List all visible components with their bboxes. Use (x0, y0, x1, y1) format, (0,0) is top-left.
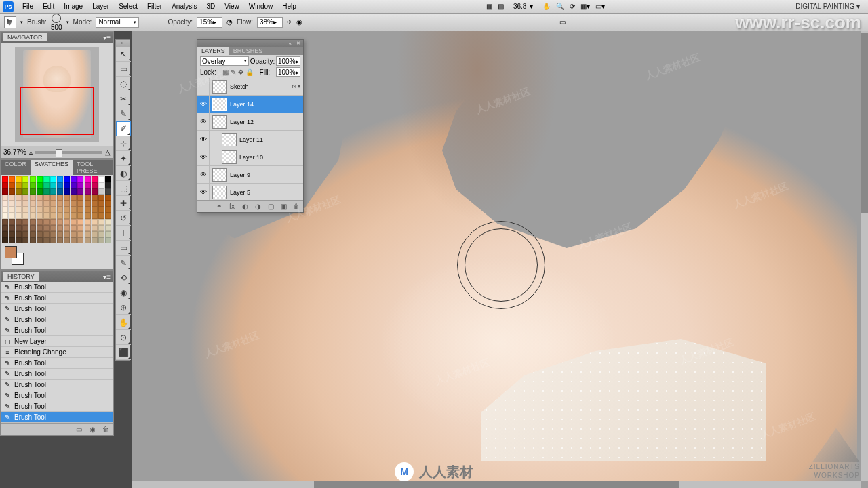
swatch[interactable] (64, 237, 70, 243)
swatch[interactable] (50, 213, 56, 219)
swatch[interactable] (64, 201, 70, 207)
swatch[interactable] (16, 201, 22, 207)
swatch[interactable] (57, 219, 63, 225)
history-item[interactable]: Brush Tool (1, 325, 113, 336)
screen-mode-icon[interactable]: ▭▾ (595, 3, 605, 10)
layer-row[interactable]: 👁Layer 12 (197, 113, 303, 131)
menu-image[interactable]: Image (59, 1, 87, 12)
swatch[interactable] (43, 219, 50, 225)
swatch[interactable] (37, 188, 43, 195)
swatch[interactable] (22, 231, 28, 237)
layer-fill-input[interactable]: 100%▸ (276, 67, 300, 77)
panel-menu-icon[interactable]: ▾≡ (103, 273, 111, 281)
layer-thumbnail[interactable] (212, 115, 227, 129)
swatch[interactable] (37, 213, 43, 219)
swatch[interactable] (22, 182, 28, 188)
swatch[interactable] (57, 237, 63, 243)
swatch[interactable] (37, 201, 43, 207)
swatch[interactable] (85, 237, 91, 243)
swatch[interactable] (77, 219, 83, 225)
swatch[interactable] (71, 188, 77, 195)
navigator-thumbnail[interactable] (15, 47, 99, 142)
swatch[interactable] (71, 182, 77, 188)
tool-preset-icon[interactable] (4, 16, 16, 28)
layer-visibility-icon[interactable]: 👁 (197, 113, 210, 130)
swatch[interactable] (43, 195, 50, 201)
swatch[interactable] (105, 188, 111, 195)
swatch[interactable] (37, 182, 43, 188)
swatch[interactable] (43, 182, 50, 188)
navigator-zoom-slider[interactable] (35, 151, 102, 154)
swatch[interactable] (57, 231, 63, 237)
swatch[interactable] (57, 188, 63, 195)
swatch[interactable] (92, 188, 98, 195)
swatch[interactable] (50, 219, 56, 225)
swatch[interactable] (105, 176, 111, 182)
swatch[interactable] (9, 225, 15, 231)
history-item[interactable]: New Layer (1, 336, 113, 347)
swatch[interactable] (16, 237, 22, 243)
tool-2[interactable]: ◌ (116, 77, 131, 92)
tool-17[interactable]: ⊕ (116, 300, 131, 315)
swatch[interactable] (85, 188, 91, 195)
tab-color[interactable]: COLOR (1, 160, 31, 175)
swatch[interactable] (85, 176, 91, 182)
swatch[interactable] (57, 213, 63, 219)
swatch[interactable] (50, 231, 56, 237)
swatch[interactable] (92, 213, 98, 219)
swatch[interactable] (37, 195, 43, 201)
swatch[interactable] (98, 237, 104, 243)
swatch[interactable] (9, 231, 15, 237)
swatch[interactable] (57, 207, 63, 213)
swatch[interactable] (50, 195, 56, 201)
swatch[interactable] (71, 213, 77, 219)
swatch[interactable] (22, 237, 28, 243)
swatch[interactable] (105, 237, 111, 243)
tool-20[interactable]: ⬛ (116, 345, 131, 360)
adjustment-layer-icon[interactable]: ◑ (253, 202, 262, 211)
swatch[interactable] (2, 219, 8, 225)
swatch[interactable] (64, 225, 70, 231)
zoom-out-icon[interactable]: ▵ (29, 148, 33, 156)
toolbox-grip[interactable]: ⠿ (116, 40, 130, 47)
menu-edit[interactable]: Edit (38, 1, 59, 12)
swatch[interactable] (22, 188, 28, 195)
horizontal-scrollbar[interactable] (132, 481, 861, 488)
pressure-opacity-icon[interactable]: ◔ (226, 18, 233, 26)
swatch[interactable] (43, 176, 50, 182)
swatch[interactable] (57, 176, 63, 182)
swatch[interactable] (43, 207, 50, 213)
swatch[interactable] (77, 213, 83, 219)
airbrush-icon[interactable]: ✈ (287, 18, 292, 26)
swatch[interactable] (64, 219, 70, 225)
swatch[interactable] (64, 195, 70, 201)
swatch[interactable] (43, 237, 50, 243)
swatch[interactable] (9, 176, 15, 182)
history-item[interactable]: Brush Tool (1, 282, 113, 293)
swatch[interactable] (22, 201, 28, 207)
swatch[interactable] (85, 213, 91, 219)
layer-name-label[interactable]: Layer 11 (239, 136, 303, 143)
delete-layer-icon[interactable]: 🗑 (292, 202, 301, 211)
swatch[interactable] (22, 195, 28, 201)
tool-8[interactable]: ◐ (116, 166, 131, 181)
tool-3[interactable]: ✂ (116, 92, 131, 106)
swatch[interactable] (50, 176, 56, 182)
tool-13[interactable]: ▭ (116, 241, 131, 256)
menu-3d[interactable]: 3D (201, 1, 220, 12)
swatch[interactable] (16, 195, 22, 201)
swatch[interactable] (77, 231, 83, 237)
swatch[interactable] (77, 237, 83, 243)
history-item[interactable]: Brush Tool (1, 304, 113, 314)
history-item[interactable]: Brush Tool (1, 369, 113, 380)
swatch[interactable] (30, 195, 36, 201)
menu-window[interactable]: Window (244, 1, 278, 12)
swatch[interactable] (77, 176, 83, 182)
swatch[interactable] (105, 231, 111, 237)
history-tab[interactable]: HISTORY (3, 272, 39, 281)
swatch[interactable] (92, 231, 98, 237)
layer-name-label[interactable]: Layer 5 (230, 189, 303, 196)
swatch[interactable] (85, 225, 91, 231)
swatch[interactable] (16, 225, 22, 231)
swatch[interactable] (30, 188, 36, 195)
